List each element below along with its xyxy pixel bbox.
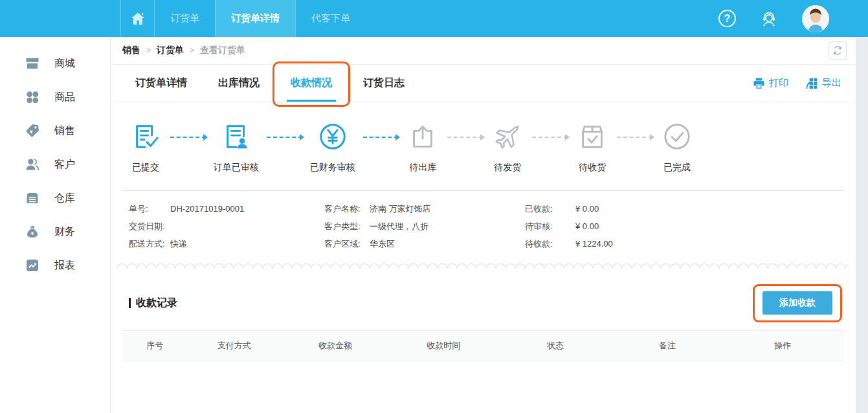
column-actions: 操作 (721, 340, 844, 352)
step-connector (617, 137, 652, 138)
sidebar-item-label: 商品 (54, 91, 75, 104)
export-button[interactable]: 导出 (805, 77, 841, 90)
top-nav: 订货单 订货单详情 代客下单 ? (0, 0, 868, 37)
breadcrumb-sales[interactable]: 销售 (122, 45, 140, 56)
customer-type-row: 客户类型: 一级代理，八折 (324, 218, 525, 235)
breadcrumb: 销售 > 订货单 > 查看订货单 (111, 37, 856, 65)
field-label: 配送方式: (129, 235, 170, 252)
sidebar-item-customers[interactable]: 客户 (0, 148, 110, 181)
field-label: 客户类型: (324, 218, 370, 235)
page-background-strip (856, 37, 868, 413)
tab-order-log[interactable]: 订货日志 (357, 65, 411, 102)
breadcrumb-separator: > (146, 46, 151, 55)
sidebar-item-label: 客户 (54, 158, 75, 172)
unpaid-amount-value: ¥ 1224.00 (575, 235, 613, 252)
column-remark: 备注 (613, 340, 721, 352)
export-excel-icon (805, 77, 818, 90)
home-tab[interactable] (120, 0, 154, 37)
field-label: 交货日期: (129, 218, 170, 235)
nav-right-actions: ? (718, 0, 868, 37)
refresh-button[interactable] (829, 41, 847, 60)
step-order-approved: 订单已审核 (214, 122, 259, 173)
nav-tab-order-detail[interactable]: 订货单详情 (215, 0, 295, 37)
shipping-method-row: 配送方式: 快递 (129, 235, 324, 252)
doc-check-icon (131, 122, 161, 151)
step-connector (363, 137, 399, 138)
customer-type-value: 一级代理，八折 (370, 218, 428, 235)
step-submitted: 已提交 (129, 122, 162, 173)
breadcrumb-separator: > (190, 46, 194, 55)
nav-tab-proxy-order[interactable]: 代客下单 (295, 0, 366, 37)
received-amount-value: ¥ 0.00 (575, 200, 599, 218)
column-time: 收款时间 (390, 340, 498, 352)
order-number-value: DH-20171019-0001 (170, 200, 244, 218)
step-label: 订单已审核 (214, 162, 259, 173)
customers-icon (25, 157, 40, 172)
column-status: 状态 (498, 340, 613, 352)
sidebar-item-label: 仓库 (54, 192, 75, 205)
sidebar: 商城 商品 ¥ 销售 (0, 37, 111, 413)
step-connector (447, 137, 483, 138)
products-icon (25, 89, 40, 105)
column-amount: 收款金额 (281, 340, 389, 352)
add-payment-button[interactable]: 添加收款 (762, 291, 832, 315)
sidebar-item-finance[interactable]: ¥ 财务 (0, 215, 110, 249)
breadcrumb-view-order: 查看订货单 (200, 45, 245, 56)
order-progress-steps: 已提交 订单已审核 (111, 102, 856, 190)
received-amount-row: 已收款: ¥ 0.00 (525, 200, 613, 218)
print-button[interactable]: 打印 (753, 77, 788, 89)
step-label: 待发货 (494, 162, 521, 173)
payment-records-header: 收款记录 添加收款 (111, 269, 856, 324)
tab-label: 订货日志 (363, 76, 405, 90)
detail-tabs: 订货单详情 出库情况 收款情况 订货日志 (111, 65, 856, 102)
finance-icon: ¥ (25, 224, 40, 240)
field-label: 客户名称: (324, 200, 370, 218)
tab-outbound-status[interactable]: 出库情况 (212, 65, 266, 102)
customer-region-value: 华东区 (370, 235, 395, 252)
field-label: 待收款: (525, 235, 575, 252)
order-number-row: 单号: DH-20171019-0001 (129, 200, 324, 218)
step-connector (170, 137, 206, 138)
home-icon (129, 10, 146, 27)
column-payment-method: 支付方式 (187, 340, 281, 352)
tab-label: 订货单详情 (135, 76, 187, 90)
print-icon (753, 77, 765, 89)
step-label: 待出库 (409, 162, 436, 173)
tab-payment-status[interactable]: 收款情况 (284, 65, 339, 102)
payment-table-body-empty (111, 361, 856, 413)
store-icon (25, 56, 40, 71)
breadcrumb-order-list[interactable]: 订货单 (157, 45, 184, 56)
content-area: 销售 > 订货单 > 查看订货单 订货单详情 出库情况 (111, 37, 856, 413)
unpaid-amount-row: 待收款: ¥ 1224.00 (525, 235, 613, 252)
export-label: 导出 (822, 77, 841, 89)
customer-region-row: 客户区域: 华东区 (324, 235, 525, 252)
yuan-circle-icon (318, 122, 348, 151)
help-icon[interactable]: ? (718, 10, 736, 27)
payment-table-header: 序号 支付方式 收款金额 收款时间 状态 备注 操作 (122, 330, 844, 361)
outbound-icon (408, 122, 438, 151)
sidebar-item-products[interactable]: 商品 (0, 80, 110, 114)
tab-order-detail[interactable]: 订货单详情 (129, 65, 194, 102)
sidebar-item-reports[interactable]: 报表 (0, 249, 110, 282)
step-finance-approved: 已财务审核 (310, 122, 355, 173)
check-circle-icon (662, 122, 692, 151)
step-label: 已提交 (132, 162, 159, 173)
nav-tab-order-list[interactable]: 订货单 (154, 0, 215, 37)
customer-name-row: 客户名称: 济南 万家灯饰店 (324, 200, 525, 218)
step-await-receipt: 待收货 (575, 122, 609, 173)
sidebar-item-mall[interactable]: 商城 (0, 47, 110, 80)
field-label: 待审核: (525, 218, 575, 235)
tab-label: 出库情况 (218, 76, 260, 90)
support-headset-icon[interactable] (759, 9, 779, 28)
sales-tag-icon: ¥ (25, 123, 40, 139)
step-await-outbound: 待出库 (406, 122, 440, 173)
step-await-shipping: 待发货 (491, 122, 524, 173)
active-tab-underline (287, 100, 336, 102)
torn-edge-divider (111, 263, 856, 269)
user-avatar[interactable] (802, 5, 829, 32)
sidebar-item-sales[interactable]: ¥ 销售 (0, 114, 110, 148)
section-title: 收款记录 (129, 296, 177, 310)
reports-icon (25, 258, 40, 273)
sidebar-item-warehouse[interactable]: 仓库 (0, 181, 110, 215)
step-label: 待收货 (579, 162, 606, 173)
